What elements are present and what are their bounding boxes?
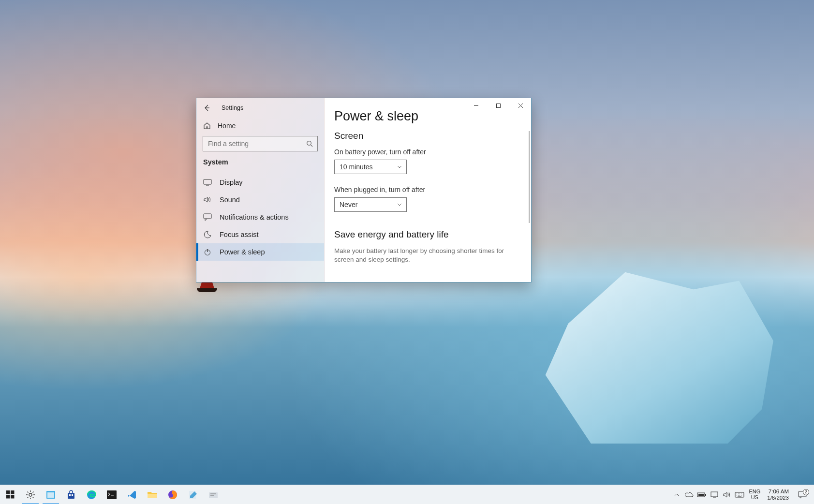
svg-point-0 (307, 141, 311, 146)
tray-chevron-up[interactable] (670, 485, 683, 504)
chevron-down-icon (397, 202, 402, 208)
start-button[interactable] (0, 485, 20, 504)
nav-item-label: Display (220, 178, 243, 186)
svg-rect-8 (11, 495, 15, 499)
maximize-button[interactable] (487, 98, 509, 113)
plugged-off-label: When plugged in, turn off after (334, 186, 517, 193)
nav-power-sleep[interactable]: Power & sleep (196, 243, 324, 261)
close-button[interactable] (509, 98, 531, 113)
window-icon (46, 490, 56, 499)
titlebar: Settings (196, 98, 324, 118)
battery-off-select[interactable]: 10 minutes (334, 160, 407, 174)
svg-rect-16 (107, 490, 117, 499)
svg-rect-23 (698, 494, 704, 496)
plugged-off-select[interactable]: Never (334, 197, 407, 212)
nav-focus-assist[interactable]: Focus assist (196, 226, 324, 243)
plugged-off-value: Never (340, 201, 357, 208)
nav-item-label: Power & sleep (220, 248, 265, 256)
back-button[interactable] (201, 102, 213, 114)
svg-rect-7 (6, 495, 10, 499)
tray-battery[interactable] (696, 485, 708, 504)
lang-bottom: US (751, 495, 758, 501)
moon-icon (203, 231, 212, 238)
svg-rect-12 (68, 493, 74, 499)
minimize-button[interactable] (465, 98, 487, 113)
taskbar-app-misc[interactable] (203, 485, 223, 504)
battery-icon (697, 492, 707, 498)
tray-volume[interactable] (721, 485, 733, 504)
chat-icon (203, 213, 212, 221)
svg-rect-5 (6, 490, 10, 494)
tool-icon (208, 490, 218, 499)
nav-item-label: Sound (220, 196, 240, 204)
svg-rect-24 (711, 492, 718, 497)
arrow-left-icon (203, 104, 211, 112)
svg-rect-11 (47, 492, 54, 498)
maximize-icon (496, 103, 501, 108)
taskbar-file-explorer[interactable] (142, 485, 163, 504)
volume-icon (723, 491, 731, 498)
clock-date: 1/6/2023 (767, 495, 789, 501)
cloud-icon (685, 491, 694, 498)
taskbar-edge[interactable] (81, 485, 102, 504)
taskbar-settings[interactable] (20, 485, 41, 504)
svg-rect-6 (11, 490, 15, 494)
svg-rect-13 (69, 494, 71, 496)
taskbar-vscode[interactable] (122, 485, 142, 504)
settings-sidebar: Settings Home System Display (196, 98, 325, 282)
tray-clock[interactable]: 7:06 AM 1/6/2023 (763, 489, 793, 501)
section-label: System (196, 151, 324, 169)
taskbar-firefox[interactable] (163, 485, 183, 504)
search-field[interactable] (208, 140, 313, 148)
svg-point-9 (29, 493, 32, 496)
taskbar-app-1[interactable] (41, 485, 61, 504)
svg-rect-14 (72, 494, 73, 496)
search-input[interactable] (203, 136, 318, 151)
minimize-icon (474, 103, 479, 108)
nav-sound[interactable]: Sound (196, 191, 324, 208)
note-icon (188, 490, 198, 500)
tray-language[interactable]: ENG US (746, 489, 763, 500)
battery-off-label: On battery power, turn off after (334, 148, 517, 156)
edge-icon (86, 489, 97, 500)
wallpaper-iceberg (546, 272, 773, 444)
svg-rect-2 (204, 214, 211, 219)
tray-weather[interactable] (683, 485, 696, 504)
taskbar-right: ENG US 7:06 AM 1/6/2023 2 (670, 485, 814, 504)
scrollbar[interactable] (529, 131, 530, 223)
taskbar-store[interactable] (61, 485, 81, 504)
tray-display[interactable] (708, 485, 721, 504)
nav-home-label: Home (218, 122, 236, 130)
taskbar-terminal[interactable] (102, 485, 122, 504)
close-icon (518, 103, 523, 108)
home-icon (203, 122, 211, 130)
nav-home[interactable]: Home (196, 118, 324, 134)
tray-notifications[interactable]: 2 (793, 491, 812, 499)
chevron-down-icon (397, 164, 402, 170)
svg-rect-1 (204, 179, 211, 184)
settings-content: Power & sleep Screen On battery power, t… (325, 98, 531, 282)
settings-window: Settings Home System Display (196, 98, 532, 282)
taskbar-notepad[interactable] (183, 485, 203, 504)
notification-badge: 2 (803, 489, 809, 495)
nav-notifications[interactable]: Notifications & actions (196, 208, 324, 226)
nav-item-label: Focus assist (220, 231, 259, 238)
terminal-icon (107, 490, 117, 499)
taskbar: ENG US 7:06 AM 1/6/2023 2 (0, 485, 814, 504)
firefox-icon (167, 489, 178, 500)
search-icon (306, 140, 313, 148)
lang-top: ENG (749, 489, 760, 495)
nav-item-label: Notifications & actions (220, 213, 289, 221)
bag-icon (66, 490, 76, 500)
vscode-icon (127, 490, 137, 500)
folder-icon (147, 490, 158, 499)
chevron-up-icon (674, 492, 680, 498)
svg-rect-4 (496, 104, 500, 107)
svg-rect-17 (148, 494, 157, 498)
monitor-icon (203, 179, 212, 186)
speaker-icon (203, 196, 212, 204)
nav-list: Display Sound Notifications & actions Fo… (196, 174, 324, 261)
energy-heading: Save energy and battery life (334, 229, 517, 240)
nav-display[interactable]: Display (196, 174, 324, 191)
tray-keyboard[interactable] (733, 485, 746, 504)
